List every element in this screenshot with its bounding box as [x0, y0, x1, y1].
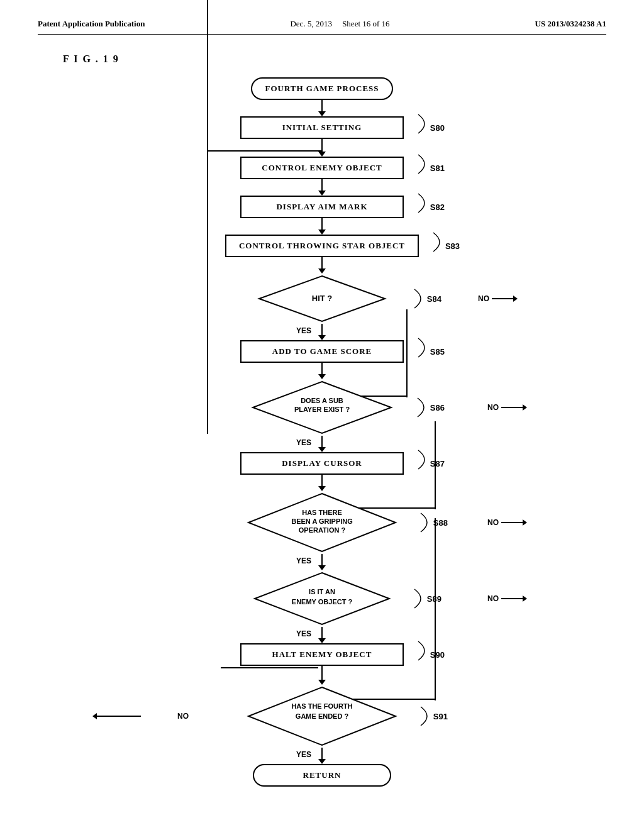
s89-no-arrow	[523, 595, 527, 602]
arrow-3	[318, 218, 326, 235]
svg-text:DOES A SUB: DOES A SUB	[301, 397, 343, 404]
s88-no-line	[501, 522, 526, 523]
step-S84: HIT ? S84 NO	[165, 274, 479, 324]
s89-diamond-svg: IS IT AN ENEMY OBJECT ?	[250, 570, 394, 627]
arrow-tip-5	[318, 335, 326, 340]
vline-4	[321, 257, 323, 268]
s84-yes-label: YES	[296, 326, 311, 335]
header-center: Dec. 5, 2013 Sheet 16 of 16	[290, 19, 389, 29]
vline-10	[321, 627, 323, 638]
s87-container: DISPLAY CURSOR S87	[240, 452, 404, 475]
s81-curve	[412, 152, 443, 177]
arrow-tip-2	[318, 191, 326, 196]
s83-container: CONTROL THROWING STAR OBJECT S83	[225, 235, 419, 257]
step-S85: ADD TO GAME SCORE S85	[38, 340, 606, 363]
page-header: Patent Application Publication Dec. 5, 2…	[38, 19, 606, 35]
s84-curve	[408, 286, 440, 311]
step-S81: CONTROL ENEMY OBJECT S81	[38, 157, 606, 179]
arrow-0	[318, 100, 326, 116]
figure-label: F I G . 1 9	[63, 53, 606, 65]
s91-no-label: NO	[177, 712, 189, 721]
s81-container: CONTROL ENEMY OBJECT S81	[240, 157, 404, 179]
arrow-11	[318, 666, 326, 685]
s85-curve	[412, 335, 443, 360]
arrow-10: YES	[318, 627, 326, 643]
s88-yes-label: YES	[296, 556, 311, 565]
page: Patent Application Publication Dec. 5, 2…	[0, 0, 644, 830]
s85-box: ADD TO GAME SCORE	[240, 340, 404, 363]
flowchart: FOURTH GAME PROCESS INITIAL SETTING S80	[38, 77, 606, 787]
vline-2	[321, 179, 323, 191]
s86-diamond-svg: DOES A SUB PLAYER EXIST ?	[247, 379, 397, 436]
s89-no-branch: NO	[487, 594, 526, 603]
arrow-5: YES	[318, 324, 326, 340]
vline-8	[321, 475, 323, 486]
svg-text:HIT ?: HIT ?	[312, 294, 333, 303]
s82-container: DISPLAY AIM MARK S82	[240, 196, 404, 218]
s80-container: INITIAL SETTING S80	[240, 116, 404, 139]
arrow-2	[318, 179, 326, 196]
arrow-loop	[318, 139, 326, 157]
arrow-4	[318, 257, 326, 274]
s91-diamond-svg: HAS THE FOURTH GAME ENDED ?	[243, 685, 401, 748]
s90-curve	[412, 638, 443, 663]
arrow-9: YES	[318, 554, 326, 570]
arrow-tip-12	[318, 759, 326, 764]
step-S88: HAS THERE BEEN A GRIPPING OPERATION ? S8…	[165, 491, 479, 554]
s84-no-branch: NO	[478, 294, 517, 303]
arrow-1b	[321, 150, 323, 152]
arrow-tip	[318, 111, 326, 116]
s80-box: INITIAL SETTING	[240, 116, 404, 139]
loop-top-line	[208, 150, 321, 152]
arrow-tip-7	[318, 447, 326, 452]
step-S80: INITIAL SETTING S80	[38, 116, 606, 139]
s88-no-label: NO	[487, 518, 499, 527]
arrow-tip-4	[318, 268, 326, 274]
svg-text:HAS THE FOURTH: HAS THE FOURTH	[291, 702, 352, 710]
s86-curve	[411, 395, 443, 420]
s91-curve	[414, 704, 446, 729]
s90-container: HALT ENEMY OBJECT S90	[240, 643, 404, 666]
step-S83: CONTROL THROWING STAR OBJECT S83	[38, 235, 606, 257]
arrow-8	[318, 475, 326, 491]
loop-back-line	[221, 667, 318, 668]
s88-diamond-svg: HAS THERE BEEN A GRIPPING OPERATION ?	[243, 491, 401, 554]
s86-no-arrow	[523, 404, 527, 411]
svg-text:ENEMY OBJECT ?: ENEMY OBJECT ?	[292, 598, 353, 606]
s81-box: CONTROL ENEMY OBJECT	[240, 157, 404, 179]
svg-text:IS IT AN: IS IT AN	[309, 588, 335, 595]
svg-text:HAS THERE: HAS THERE	[302, 509, 342, 516]
s91-no-left-arrow	[92, 713, 141, 719]
header-right: US 2013/0324238 A1	[535, 19, 606, 29]
s84-no-line	[492, 298, 517, 299]
vline-3	[321, 218, 323, 230]
s83-curve	[427, 230, 458, 255]
arrow-tip-10	[318, 638, 326, 643]
s88-no-branch: NO	[487, 518, 526, 527]
s86-no-line	[501, 407, 526, 408]
s84-no-label: NO	[478, 294, 489, 303]
arrow-7: YES	[318, 436, 326, 452]
s84-diamond-svg: HIT ?	[253, 274, 391, 324]
step-end: RETURN	[38, 764, 606, 787]
svg-text:GAME ENDED ?: GAME ENDED ?	[296, 712, 349, 720]
s91-no-line	[97, 716, 141, 717]
s88-curve	[414, 510, 446, 535]
step-start: FOURTH GAME PROCESS	[38, 77, 606, 100]
svg-text:PLAYER EXIST ?: PLAYER EXIST ?	[294, 406, 350, 413]
vline-1c	[321, 150, 323, 152]
arrow-1-row	[321, 139, 323, 150]
vline	[321, 100, 323, 111]
vline-1	[321, 139, 323, 150]
s89-no-label: NO	[487, 594, 499, 603]
s91-no-arrowhead	[92, 713, 97, 719]
arrow-tip-3	[318, 230, 326, 235]
vline-6	[321, 363, 323, 374]
step-S82: DISPLAY AIM MARK S82	[38, 196, 606, 218]
step-S89: IS IT AN ENEMY OBJECT ? S89 NO	[165, 570, 479, 627]
step-S86: DOES A SUB PLAYER EXIST ? S86 NO	[165, 379, 479, 436]
start-node: FOURTH GAME PROCESS	[251, 77, 392, 100]
s86-no-label: NO	[487, 403, 499, 412]
s86-yes-label: YES	[296, 438, 311, 447]
s87-curve	[412, 447, 443, 472]
